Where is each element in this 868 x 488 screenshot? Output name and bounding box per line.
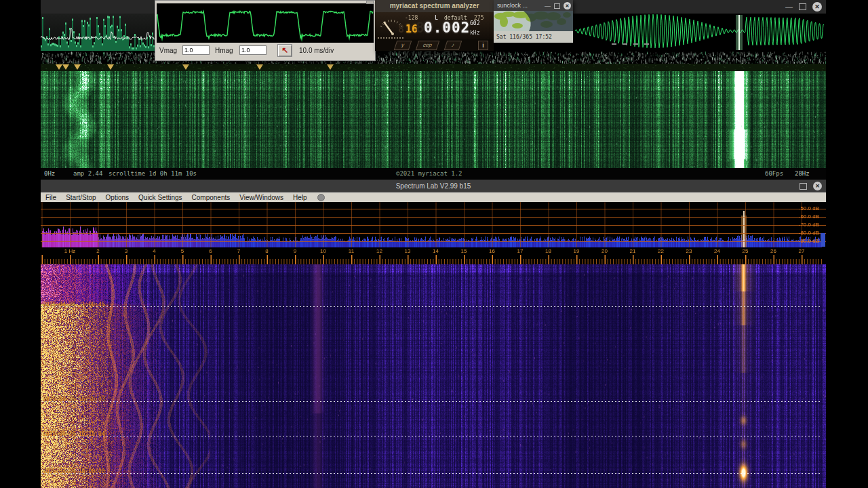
analyzer-tab-note[interactable]: ♪: [444, 41, 462, 50]
spectrum-waterfall-canvas: [41, 202, 826, 488]
analyzer-titlebar[interactable]: myriacat spectrum analyzer: [375, 0, 494, 12]
window-controls: ✕: [800, 182, 822, 190]
oscilloscope-close-icon[interactable]: [366, 1, 374, 4]
close-icon[interactable]: ✕: [813, 182, 822, 190]
meter-sub-value: 602: [470, 20, 479, 26]
sunclock-controls: — ✕: [545, 2, 571, 9]
freq-marker-icon[interactable]: [56, 64, 62, 70]
freq-tick-label: 1 Hz: [64, 248, 75, 254]
waterfall-timestamp: 2025-04-26 16:30:03: [43, 396, 105, 403]
scrollbar-thumb[interactable]: [821, 233, 825, 247]
spectrum-lab-window: Spectrum Lab V2.99 b15 ✕ FileStart/StopO…: [41, 180, 826, 488]
waterfall-timestamp: 2025-04-26 16:00:00: [43, 468, 105, 474]
freq-tick-label: 14: [433, 248, 439, 254]
hmag-input[interactable]: [239, 45, 267, 55]
sunclock-title: sunclock ...: [497, 2, 528, 9]
freq-tick-label: 25: [743, 248, 749, 254]
sunclock-map: [494, 11, 573, 31]
maximize-icon[interactable]: [554, 3, 560, 9]
analyzer-tab-gamma[interactable]: γ: [394, 41, 412, 50]
vmag-input[interactable]: [182, 45, 210, 55]
oscilloscope-controls: Vmag Hmag ↖ 10.0 ms/div: [155, 43, 375, 58]
oscilloscope-window: Vmag Hmag ↖ 10.0 ms/div: [155, 0, 376, 61]
freq-tick-label: 3: [125, 248, 127, 254]
freq-tick-label: 18: [545, 248, 551, 254]
freq-tick-label: 19: [574, 248, 580, 254]
minimize-icon[interactable]: —: [785, 3, 793, 10]
sunclock-status: Sat 116/365 17:52: [494, 31, 573, 43]
freq-tick-label: 7: [237, 248, 240, 254]
menu-item-file[interactable]: File: [41, 193, 61, 202]
menu-item-components[interactable]: Components: [187, 193, 235, 202]
freq-tick-label: 13: [405, 248, 411, 254]
freq-tick-label: 5: [181, 248, 184, 254]
freq-tick-label: 26: [770, 248, 776, 254]
cursor-arrow-icon: ↖: [281, 45, 288, 55]
freq-marker-icon[interactable]: [62, 64, 69, 70]
menu-item-options[interactable]: Options: [101, 193, 134, 202]
freq-tick-label: 17: [517, 248, 524, 254]
vmag-label: Vmag: [159, 47, 177, 54]
freq-tick-label: 8: [265, 248, 268, 254]
freq-tick-label: 27: [799, 248, 805, 254]
db-axis-label: -50.0 dB: [799, 205, 819, 211]
status-fps: 60Fps: [765, 170, 783, 177]
minimize-icon[interactable]: —: [545, 3, 551, 9]
status-copyright: ©2021 myriacat 1.2: [396, 170, 462, 177]
spectrum-lab-titlebar[interactable]: Spectrum Lab V2.99 b15 ✕: [41, 180, 826, 192]
seven-seg-ghost: 8: [398, 23, 404, 35]
status-freq-left: 0Hz: [44, 170, 55, 177]
freq-tick-label: 21: [630, 248, 636, 254]
menu-item-help[interactable]: Help: [288, 193, 312, 202]
meter-unit: kHz: [470, 30, 479, 36]
db-axis-labels: -50.0 dB-60.0 dB-70.0 dB-80.0 dB-90.0 dB: [778, 202, 819, 249]
analyzer-window: myriacat spectrum analyzer -128 L defaul…: [375, 0, 494, 51]
waterfall-timestamp: 2025-04-26 16:15:04: [43, 431, 105, 437]
freq-tick-label: 9: [294, 248, 296, 254]
freq-tick-label: 12: [376, 248, 382, 254]
analyzer-tab-cep[interactable]: cep: [416, 41, 439, 50]
menu-item-start-stop[interactable]: Start/Stop: [61, 193, 100, 202]
freq-tick-label: 2: [96, 248, 99, 254]
freq-marker-icon[interactable]: [327, 64, 334, 70]
maximize-icon[interactable]: [799, 3, 806, 10]
info-button[interactable]: i: [478, 41, 488, 50]
spectrum-lab-content: -50.0 dB-60.0 dB-70.0 dB-80.0 dB-90.0 dB…: [41, 202, 826, 488]
freq-marker-icon[interactable]: [107, 64, 114, 70]
freq-tick-label: 23: [686, 248, 692, 254]
cursor-tool-button[interactable]: ↖: [277, 44, 292, 57]
freq-tick-label: 10: [320, 248, 326, 254]
db-axis-label: -70.0 dB: [799, 222, 819, 228]
menu-item-view-windows[interactable]: View/Windows: [235, 193, 288, 202]
letterbox-left: [0, 0, 41, 488]
letterbox-right: [826, 0, 868, 488]
db-axis-label: -90.0 dB: [799, 238, 819, 244]
freq-tick-label: 16: [489, 248, 495, 254]
oscilloscope-titlebar: [155, 1, 375, 3]
status-freq-right: 28Hz: [795, 170, 810, 177]
waterfall-timestamp: 2025-04-26 21:00:45: [43, 302, 105, 308]
close-icon[interactable]: ✕: [812, 2, 822, 12]
freq-tick-label: 4: [153, 248, 155, 254]
screen: — ✕ myriacat 0Hz amp 2.44 scrolltime 1d …: [0, 0, 868, 488]
freq-tick-label: 22: [658, 248, 664, 254]
window-controls: — ✕: [785, 2, 822, 12]
myriacat-statusbar: 0Hz amp 2.44 scrolltime 1d 0h 11m 10s ©2…: [41, 168, 826, 180]
maximize-icon[interactable]: [800, 183, 807, 190]
freq-marker-icon[interactable]: [74, 64, 81, 70]
status-led-icon: [317, 194, 325, 201]
meter-frequency-value: 0.002: [424, 20, 470, 36]
sunclock-titlebar[interactable]: sunclock ... — ✕: [494, 0, 573, 11]
status-scrolltime: scrolltime 1d 0h 11m 10s: [108, 170, 197, 177]
freq-tick-label: 24: [714, 248, 720, 254]
menu-item-quick-settings[interactable]: Quick Settings: [134, 193, 186, 202]
oscilloscope-trace-canvas: [157, 3, 374, 43]
close-icon[interactable]: ✕: [564, 2, 571, 9]
spectrum-lab-title: Spectrum Lab V2.99 b15: [41, 180, 826, 192]
db-axis-label: -60.0 dB: [799, 214, 819, 220]
analyzer-meter-panel: -128 L default 275 8 16 8 0.002 602 kHz: [375, 12, 494, 39]
freq-marker-icon[interactable]: [256, 64, 263, 70]
db-axis-label: -80.0 dB: [799, 230, 819, 236]
freq-marker-icon[interactable]: [182, 64, 189, 70]
status-amp: amp 2.44: [73, 170, 102, 177]
